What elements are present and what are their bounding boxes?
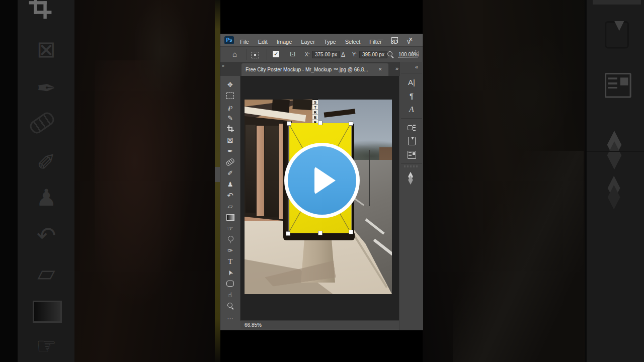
menu-items: FileEditImageLayerTypeSelectFilter3DV bbox=[235, 37, 415, 46]
eyedropper-icon: ✒ bbox=[227, 148, 233, 154]
x-label: X: bbox=[305, 52, 309, 57]
transform-handle-bottom-mid[interactable] bbox=[318, 231, 323, 235]
glyphs-panel-button[interactable]: A bbox=[401, 103, 422, 116]
crop-icon bbox=[227, 125, 234, 132]
toolbar-more[interactable]: … bbox=[222, 311, 238, 322]
lasso-icon: ℘ bbox=[228, 104, 232, 110]
layers-panel-button[interactable] bbox=[401, 171, 422, 184]
brick-pillar-1 bbox=[257, 126, 264, 216]
poster-top-frame bbox=[324, 109, 356, 117]
type-tool[interactable]: T bbox=[222, 256, 238, 267]
move-tool[interactable]: ✥ bbox=[222, 79, 238, 90]
layers-panel-icon bbox=[407, 174, 416, 182]
delta-icon[interactable]: Δ bbox=[341, 51, 345, 58]
shape-tool[interactable] bbox=[222, 278, 238, 289]
bg-divider bbox=[587, 151, 644, 152]
sign-letter: R bbox=[312, 110, 318, 115]
hand-icon: ☝ bbox=[228, 292, 232, 298]
gradient-tool[interactable] bbox=[222, 212, 238, 223]
backdrop-left-toolbar: ⊠ ✒ ✐ ♟ ↶ ▱ ☞ bbox=[18, 0, 74, 362]
adjustments-panel-button[interactable] bbox=[401, 148, 422, 161]
backdrop-left-black bbox=[0, 0, 18, 362]
transform-handle-bottom-right[interactable] bbox=[349, 230, 353, 234]
frame-icon: ⊠ bbox=[227, 136, 233, 144]
tab-overflow-icon[interactable]: » bbox=[395, 65, 398, 71]
bg-layers-icon-2 bbox=[605, 182, 628, 203]
backdrop-right-panels bbox=[585, 0, 644, 362]
ps-logo[interactable]: Ps bbox=[224, 36, 234, 44]
dodge-tool[interactable] bbox=[222, 234, 238, 245]
transform-handle-top-right[interactable] bbox=[349, 121, 353, 126]
backdrop-right-photo bbox=[423, 0, 585, 362]
minimize-button[interactable]: — bbox=[376, 36, 384, 42]
brush-tool[interactable]: ✐ bbox=[222, 167, 238, 178]
upper-window-2 bbox=[292, 100, 312, 110]
share-icon-arrow: ↑ bbox=[415, 49, 417, 54]
smudge-tool[interactable]: ☞ bbox=[222, 223, 238, 234]
glyphs-panel-icon: A bbox=[409, 105, 414, 114]
bg-dropdown bbox=[593, 0, 641, 5]
dodge-icon bbox=[227, 236, 233, 243]
quick-selection-tool[interactable]: ✎ bbox=[222, 112, 238, 123]
panel-collapse-icon[interactable]: « bbox=[415, 64, 418, 70]
bg-frame-icon: ⊠ bbox=[24, 38, 69, 61]
reference-point-checkbox[interactable]: ✓ bbox=[273, 51, 279, 57]
document-tab[interactable]: Free City Poster Mockup - Mr_Mockup ™.jp… bbox=[242, 63, 388, 76]
pen-icon: ✑ bbox=[227, 247, 233, 254]
close-button[interactable]: ✕ bbox=[407, 36, 415, 43]
crop-tool[interactable] bbox=[222, 123, 238, 134]
x-value-field[interactable]: 375.00 px bbox=[312, 51, 340, 58]
canvas-area[interactable]: S T R E E bbox=[240, 76, 399, 320]
zoom-tool[interactable] bbox=[222, 300, 238, 311]
move-icon: ✥ bbox=[227, 81, 233, 88]
eyedropper-tool[interactable]: ✒ bbox=[222, 145, 238, 156]
sign-letter: T bbox=[312, 105, 318, 110]
bg-road-hint bbox=[453, 151, 584, 362]
hand-tool[interactable]: ☝ bbox=[222, 289, 238, 300]
transform-handle-bottom-left[interactable] bbox=[286, 231, 290, 236]
home-icon[interactable]: ⌂ bbox=[232, 50, 237, 58]
reference-point-icon[interactable]: ⊡ bbox=[290, 50, 296, 58]
zoom-level-field[interactable]: 66.85% bbox=[245, 322, 262, 328]
menu-edit[interactable]: Edit bbox=[254, 39, 272, 45]
character-panel-icon: A| bbox=[408, 78, 415, 86]
marquee-tool[interactable] bbox=[222, 90, 238, 101]
paragraph-panel-button[interactable]: ¶ bbox=[401, 89, 422, 102]
menu-file[interactable]: File bbox=[235, 39, 254, 45]
options-bar: ⌂ ✓ ⊡ X: 375.00 px Δ Y: 395.00 px 100.00… bbox=[220, 46, 423, 63]
properties-panel-icon bbox=[408, 124, 416, 131]
maximize-button[interactable] bbox=[391, 37, 398, 43]
properties-panel-button[interactable] bbox=[401, 121, 422, 134]
lasso-tool[interactable]: ℘ bbox=[222, 101, 238, 112]
video-frame: ⊠ ✒ ✐ ♟ ↶ ▱ ☞ Ps FileEditImageLayerTypeS… bbox=[0, 0, 644, 362]
bg-crop-icon bbox=[29, 0, 52, 19]
clone-stamp-tool[interactable]: ♟ bbox=[222, 178, 238, 190]
libraries-panel-button[interactable] bbox=[401, 135, 422, 147]
frame-tool[interactable]: ⊠ bbox=[222, 134, 238, 145]
zoom-icon bbox=[227, 303, 233, 309]
transform-handle-top-mid[interactable] bbox=[318, 121, 323, 125]
menu-type[interactable]: Type bbox=[319, 39, 341, 45]
y-label: Y: bbox=[352, 52, 357, 57]
tab-close-icon[interactable]: ✕ bbox=[378, 67, 382, 72]
transform-handle-top-left[interactable] bbox=[287, 121, 291, 126]
pen-tool[interactable]: ✑ bbox=[222, 245, 238, 256]
menu-image[interactable]: Image bbox=[272, 39, 297, 45]
y-value-field[interactable]: 395.00 px bbox=[359, 51, 387, 58]
sign-letter: E bbox=[312, 115, 318, 120]
history-brush-tool[interactable]: ↶ bbox=[222, 190, 238, 201]
play-button-ring[interactable] bbox=[284, 143, 360, 218]
bg-eraser-icon: ▱ bbox=[24, 261, 69, 285]
smudge-icon: ☞ bbox=[227, 225, 233, 232]
character-panel-button[interactable]: A| bbox=[401, 76, 422, 88]
healing-brush-tool[interactable] bbox=[222, 156, 238, 167]
path-selection-tool[interactable]: ➤ bbox=[222, 267, 238, 278]
eraser-tool[interactable]: ▱ bbox=[222, 201, 238, 212]
bg-gradient-icon bbox=[33, 301, 62, 323]
eraser-icon: ▱ bbox=[228, 203, 233, 210]
toolbar-toggle-icon[interactable]: » bbox=[222, 63, 224, 68]
menu-layer[interactable]: Layer bbox=[296, 39, 319, 45]
menu-select[interactable]: Select bbox=[341, 39, 365, 45]
panel-dock: « A| ¶ A bbox=[399, 62, 423, 330]
bg-smudge-icon: ☞ bbox=[24, 334, 69, 357]
